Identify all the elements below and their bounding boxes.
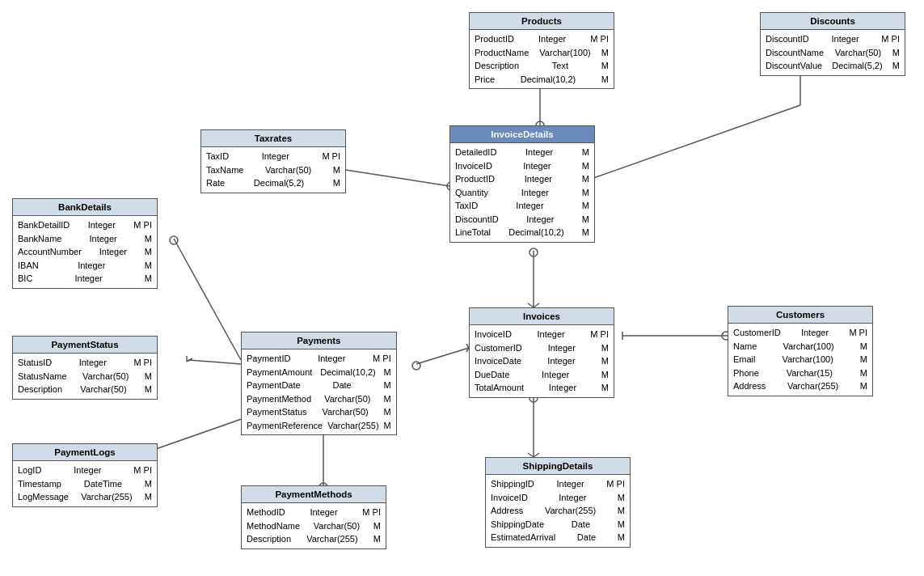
column-name: ProductID: [475, 32, 514, 46]
column-flags: M: [384, 379, 391, 392]
table-row: MethodIDIntegerM PI: [247, 506, 381, 519]
entity-header-discounts: Discounts: [761, 13, 905, 30]
column-type: Integer: [262, 150, 289, 163]
column-flags: M: [145, 370, 152, 383]
entity-body-invoices: InvoiceIDIntegerM PICustomerIDIntegerMIn…: [470, 325, 614, 397]
column-type: Date: [577, 531, 596, 544]
table-row: PhoneVarchar(15)M: [733, 366, 867, 380]
table-row: PaymentAmountDecimal(10,2)M: [247, 366, 391, 379]
column-name: Address: [491, 504, 523, 518]
table-row: BankDetailIDIntegerM PI: [18, 218, 152, 232]
column-type: Integer: [310, 506, 337, 519]
table-row: AccountNumberIntegerM: [18, 245, 152, 259]
column-flags: M: [860, 379, 867, 393]
entity-header-paymentmethods: PaymentMethods: [242, 486, 386, 503]
column-type: Integer: [516, 199, 543, 213]
column-flags: M PI: [133, 464, 152, 477]
entity-body-bankdetails: BankDetailIDIntegerM PIBankNameIntegerMA…: [13, 216, 157, 288]
column-type: Varchar(255): [787, 379, 838, 393]
column-name: ShippingID: [491, 477, 534, 491]
column-flags: M PI: [849, 326, 867, 340]
column-flags: M: [333, 176, 340, 190]
entity-body-taxrates: TaxIDIntegerM PITaxNameVarchar(50)MRateD…: [201, 147, 345, 193]
column-name: PaymentAmount: [247, 366, 312, 379]
column-flags: M: [860, 353, 867, 366]
table-row: TaxIDIntegerM PI: [206, 150, 340, 163]
table-row: DiscountValueDecimal(5,2)M: [766, 59, 900, 73]
entity-body-paymentstatus: StatusIDIntegerM PIStatusNameVarchar(50)…: [13, 354, 157, 399]
table-row: AddressVarchar(255)M: [491, 504, 625, 518]
column-type: Integer: [318, 352, 345, 366]
column-type: Decimal(10,2): [508, 226, 563, 239]
entity-header-products: Products: [470, 13, 614, 30]
svg-point-16: [170, 236, 178, 244]
column-name: DiscountValue: [766, 59, 822, 73]
table-row: ProductNameVarchar(100)M: [475, 46, 609, 60]
table-row: LogMessageVarchar(255)M: [18, 490, 152, 504]
column-flags: M: [601, 354, 609, 368]
column-type: Integer: [521, 186, 549, 200]
column-name: MethodName: [247, 519, 300, 533]
column-flags: M: [601, 368, 609, 382]
column-flags: M: [373, 519, 381, 533]
column-type: Integer: [525, 172, 552, 186]
column-type: Integer: [538, 32, 566, 46]
entity-header-paymentstatus: PaymentStatus: [13, 337, 157, 354]
entity-bankdetails: BankDetailsBankDetailIDIntegerM PIBankNa…: [12, 198, 158, 289]
entity-header-invoicedetails: InvoiceDetails: [450, 126, 594, 143]
column-name: Address: [733, 379, 766, 393]
table-row: DiscountIDIntegerM: [455, 213, 589, 227]
table-row: PaymentMethodVarchar(50)M: [247, 392, 391, 406]
column-type: Integer: [542, 368, 569, 382]
column-flags: M: [582, 172, 589, 186]
column-flags: M: [384, 366, 391, 379]
entity-header-bankdetails: BankDetails: [13, 199, 157, 216]
column-flags: M: [582, 159, 589, 173]
table-row: AddressVarchar(255)M: [733, 379, 867, 393]
column-flags: M: [892, 59, 900, 73]
column-type: Integer: [525, 146, 553, 159]
column-name: PaymentMethod: [247, 392, 311, 406]
table-row: PriceDecimal(10,2)M: [475, 73, 609, 87]
column-flags: M PI: [133, 356, 152, 370]
column-type: Integer: [556, 477, 584, 491]
svg-point-21: [412, 362, 420, 370]
table-row: PaymentDateDateM: [247, 379, 391, 392]
column-flags: M: [145, 259, 152, 273]
column-type: Integer: [547, 354, 575, 368]
table-row: TaxIDIntegerM: [455, 199, 589, 213]
svg-point-12: [530, 248, 538, 256]
entity-paymentmethods: PaymentMethodsMethodIDIntegerM PIMethodN…: [241, 485, 386, 549]
column-type: Varchar(100): [783, 340, 833, 354]
column-name: StatusID: [18, 356, 52, 370]
svg-line-15: [174, 239, 241, 360]
column-name: MethodID: [247, 506, 285, 519]
diagram-container: ProductsProductIDIntegerM PIProductNameV…: [0, 0, 924, 576]
table-row: EmailVarchar(100)M: [733, 353, 867, 366]
column-flags: M: [582, 186, 589, 200]
column-type: Varchar(50): [314, 519, 360, 533]
column-type: Decimal(5,2): [254, 176, 304, 190]
column-flags: M: [618, 504, 625, 518]
entity-body-paymentmethods: MethodIDIntegerM PIMethodNameVarchar(50)…: [242, 503, 386, 548]
entity-discounts: DiscountsDiscountIDIntegerM PIDiscountNa…: [760, 12, 905, 76]
column-name: Timestamp: [18, 477, 61, 491]
column-name: TaxID: [206, 150, 229, 163]
entity-body-customers: CustomerIDIntegerM PINameVarchar(100)MEm…: [728, 324, 872, 396]
column-type: Varchar(50): [322, 405, 368, 419]
table-row: ShippingIDIntegerM PI: [491, 477, 625, 491]
column-flags: M: [145, 272, 152, 286]
entity-taxrates: TaxratesTaxIDIntegerM PITaxNameVarchar(5…: [200, 129, 346, 193]
entity-header-payments: Payments: [242, 332, 396, 349]
table-row: DescriptionVarchar(255)M: [247, 532, 381, 546]
table-row: RateDecimal(5,2)M: [206, 176, 340, 190]
svg-line-19: [187, 358, 192, 362]
column-name: InvoiceID: [455, 159, 492, 173]
column-name: BankName: [18, 232, 61, 246]
column-type: Varchar(50): [80, 383, 126, 396]
column-type: Integer: [559, 491, 586, 505]
column-name: TotalAmount: [475, 381, 524, 395]
entity-header-invoices: Invoices: [470, 308, 614, 325]
entity-body-shippingdetails: ShippingIDIntegerM PIInvoiceIDIntegerMAd…: [486, 475, 630, 547]
entity-payments: PaymentsPaymentIDIntegerM PIPaymentAmoun…: [241, 332, 397, 435]
